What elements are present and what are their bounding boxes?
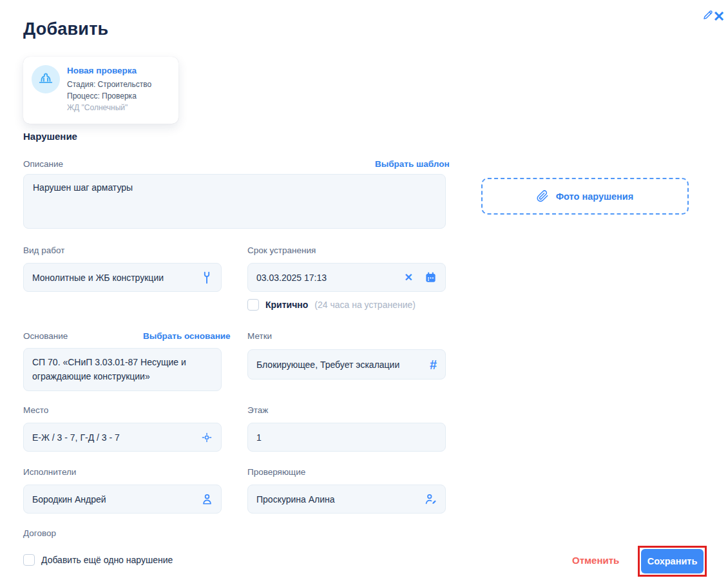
critical-checkbox[interactable] (247, 299, 259, 311)
photo-upload-button[interactable]: Фото нарушения (481, 178, 689, 215)
wrench-icon[interactable] (201, 271, 213, 284)
inspectors-value: Проскурина Алина (256, 494, 419, 505)
hash-icon[interactable]: # (430, 358, 437, 371)
inspection-process: Процесс: Проверка (67, 90, 151, 102)
basis-label: Основание (23, 331, 68, 341)
add-violation-dialog: Добавить ✕ Новая проверка Стадия: Строит… (0, 0, 728, 587)
work-type-input[interactable]: Монолитные и ЖБ конструкции (23, 263, 222, 292)
description-label: Описание (23, 159, 63, 169)
inspection-link[interactable]: Новая проверка (67, 66, 151, 75)
inspection-card-text: Новая проверка Стадия: Строительство Про… (67, 65, 151, 116)
dialog-title: Добавить (23, 19, 108, 39)
clear-x-icon[interactable]: ✕ (405, 273, 413, 283)
place-input[interactable]: Е-Ж / 3 - 7, Г-Д / 3 - 7 (23, 423, 222, 452)
cancel-button[interactable]: Отменить (572, 555, 619, 566)
pencil-icon[interactable] (702, 9, 714, 21)
tags-input[interactable]: Блокирующее, Требует эскалации # (247, 349, 446, 380)
choose-basis-link[interactable]: Выбрать основание (143, 331, 231, 341)
add-another-label: Добавить ещё одно нарушение (41, 555, 173, 565)
description-input[interactable]: Нарушен шаг арматуры (23, 174, 446, 229)
photo-upload-label: Фото нарушения (556, 191, 634, 202)
section-heading-violation: Нарушение (23, 131, 77, 142)
crosshair-location-icon[interactable] (201, 432, 213, 443)
tags-value: Блокирующее, Требует эскалации (256, 360, 425, 370)
place-label: Место (23, 405, 48, 415)
choose-template-link[interactable]: Выбрать шаблон (375, 159, 450, 169)
inspectors-label: Проверяющие (247, 467, 305, 477)
critical-label: Критично (265, 300, 308, 310)
critical-row: Критично (24 часа на устранение) (247, 299, 416, 311)
deadline-value: 03.03.2025 17:13 (256, 273, 399, 283)
paperclip-icon (537, 190, 549, 202)
person-icon[interactable] (202, 493, 213, 505)
tags-label: Метки (247, 331, 272, 341)
work-type-label: Вид работ (23, 245, 64, 255)
executors-label: Исполнители (23, 467, 76, 477)
floor-label: Этаж (247, 405, 268, 415)
add-another-checkbox[interactable] (23, 554, 35, 566)
work-type-value: Монолитные и ЖБ конструкции (32, 273, 196, 283)
calendar-icon[interactable] (425, 271, 437, 284)
add-another-row: Добавить ещё одно нарушение (23, 554, 173, 566)
executors-input[interactable]: Бородкин Андрей (23, 485, 222, 514)
deadline-input[interactable]: 03.03.2025 17:13 ✕ (247, 263, 446, 292)
save-button[interactable]: Сохранить (641, 549, 704, 573)
floor-value: 1 (256, 432, 437, 443)
deadline-label: Срок устранения (247, 245, 316, 255)
hard-hat-icon (37, 71, 54, 88)
inspectors-input[interactable]: Проскурина Алина (247, 485, 446, 514)
basis-value: СП 70. «СНиП 3.03.01-87 Несущие и огражд… (32, 356, 213, 383)
person-edit-icon[interactable] (425, 493, 437, 505)
floor-input[interactable]: 1 (247, 423, 446, 452)
place-value: Е-Ж / 3 - 7, Г-Д / 3 - 7 (32, 432, 196, 443)
inspection-object: ЖД "Солнечный" (67, 102, 151, 113)
avatar (32, 65, 60, 93)
inspection-stage: Стадия: Строительство (67, 79, 151, 90)
basis-input[interactable]: СП 70. «СНиП 3.03.01-87 Несущие и огражд… (23, 348, 222, 391)
executors-value: Бородкин Андрей (32, 494, 196, 505)
critical-hint: (24 часа на устранение) (314, 300, 416, 310)
contract-label: Договор (23, 528, 56, 538)
inspection-card[interactable]: Новая проверка Стадия: Строительство Про… (23, 57, 178, 124)
